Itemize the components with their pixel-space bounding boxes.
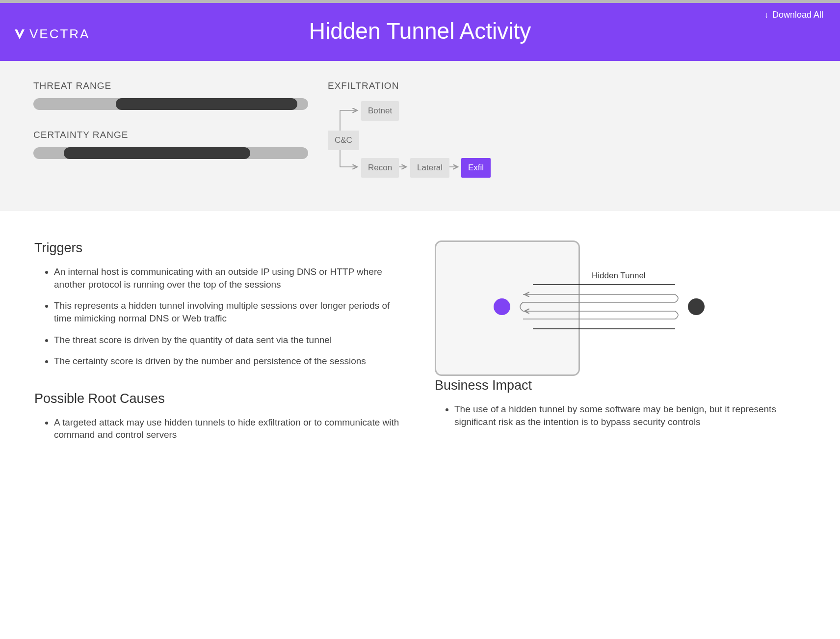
body-content: Triggers An internal host is communicati… — [0, 211, 840, 475]
list-item: This represents a hidden tunnel involvin… — [54, 299, 405, 324]
page-header: ↓Download All VECTRA Hidden Tunnel Activ… — [0, 3, 840, 61]
triggers-heading: Triggers — [34, 240, 405, 256]
certainty-range-bar — [33, 147, 308, 159]
hidden-tunnel-label: Hidden Tunnel — [592, 271, 646, 281]
list-item: An internal host is communicating with a… — [54, 266, 405, 291]
node-exfil: Exfil — [461, 158, 491, 178]
node-cc: C&C — [328, 131, 359, 150]
list-item: The certainty score is driven by the num… — [54, 355, 405, 368]
download-all-label: Download All — [772, 10, 823, 20]
exfiltration-diagram: C&C Botnet Recon Lateral Exfil — [328, 98, 807, 182]
triggers-list: An internal host is communicating with a… — [34, 266, 405, 368]
hidden-tunnel-illustration: Hidden Tunnel — [435, 240, 709, 378]
root-causes-list: A targeted attack may use hidden tunnels… — [34, 416, 405, 441]
business-impact-list: The use of a hidden tunnel by some softw… — [435, 403, 806, 428]
ranges-panel: THREAT RANGE CERTAINTY RANGE EXFILTRATIO… — [0, 61, 840, 211]
threat-range-bar — [33, 98, 308, 110]
internal-host-dot — [494, 298, 510, 315]
certainty-range-fill — [64, 147, 251, 159]
vectra-logo-icon — [14, 28, 26, 40]
brand-name: VECTRA — [29, 27, 90, 42]
brand-logo: VECTRA — [14, 27, 90, 42]
external-host-dot — [688, 298, 705, 315]
list-item: The use of a hidden tunnel by some softw… — [454, 403, 806, 428]
certainty-range-label: CERTAINTY RANGE — [33, 130, 308, 140]
download-icon: ↓ — [764, 11, 768, 20]
page-title: Hidden Tunnel Activity — [0, 18, 840, 44]
download-all-button[interactable]: ↓Download All — [764, 10, 823, 20]
exfiltration-label: EXFILTRATION — [328, 80, 807, 91]
list-item: A targeted attack may use hidden tunnels… — [54, 416, 405, 441]
threat-range-label: THREAT RANGE — [33, 80, 308, 91]
node-recon: Recon — [361, 158, 399, 178]
root-causes-heading: Possible Root Causes — [34, 391, 405, 406]
node-botnet: Botnet — [361, 101, 399, 121]
business-impact-heading: Business Impact — [435, 378, 806, 393]
threat-range-fill — [116, 98, 297, 110]
node-lateral: Lateral — [410, 158, 449, 178]
list-item: The threat score is driven by the quanti… — [54, 334, 405, 346]
